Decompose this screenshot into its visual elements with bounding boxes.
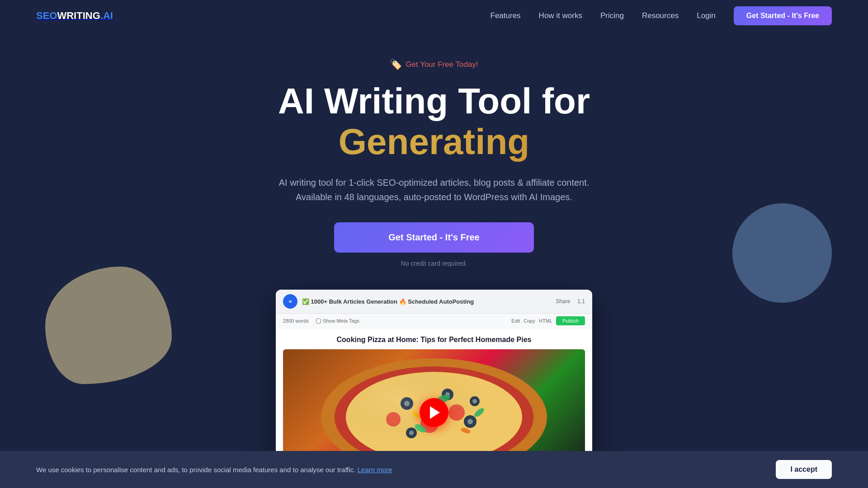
cookie-text-content: We use cookies to personalise content an… bbox=[36, 466, 356, 474]
navbar: SEOWRITING.AI Features How it works Pric… bbox=[0, 0, 868, 32]
share-count: 1.1 bbox=[577, 298, 585, 305]
show-meta-checkbox[interactable] bbox=[316, 319, 321, 324]
play-button[interactable] bbox=[420, 398, 448, 427]
hero-badge: 🏷️ Get Your Free Today! bbox=[390, 59, 478, 70]
edit-button[interactable]: Edit bbox=[511, 318, 520, 324]
accept-button[interactable]: I accept bbox=[776, 460, 832, 479]
hero-title: AI Writing Tool for Generating bbox=[278, 81, 590, 175]
no-credit-text: No credit card required. bbox=[401, 260, 467, 267]
badge-icon: 🏷️ bbox=[390, 59, 402, 70]
copy-button[interactable]: Copy bbox=[524, 318, 535, 324]
nav-resources[interactable]: Resources bbox=[642, 11, 679, 20]
nav-links: Features How it works Pricing Resources … bbox=[491, 6, 832, 25]
logo-seo: SEO bbox=[36, 10, 57, 21]
video-subtitle-bar: 2800 words Show Meta Tags Edit Copy HTML… bbox=[276, 314, 592, 328]
video-logo: W bbox=[283, 294, 297, 309]
video-top-bar: W ✅ 1000+ Bulk Articles Generation 🔥 Sch… bbox=[276, 290, 592, 314]
nav-login[interactable]: Login bbox=[697, 11, 716, 20]
nav-how-it-works[interactable]: How it works bbox=[539, 11, 582, 20]
hero-title-line1: AI Writing Tool for bbox=[278, 81, 590, 121]
decorative-circle bbox=[732, 203, 832, 303]
video-title-bar: ✅ 1000+ Bulk Articles Generation 🔥 Sched… bbox=[302, 298, 474, 305]
nav-pricing[interactable]: Pricing bbox=[600, 11, 624, 20]
cookie-banner: We use cookies to personalise content an… bbox=[0, 451, 868, 488]
hero-cta-button[interactable]: Get Started - It's Free bbox=[334, 222, 533, 253]
video-top-left: W ✅ 1000+ Bulk Articles Generation 🔥 Sch… bbox=[283, 294, 474, 309]
word-count: 2800 words bbox=[283, 318, 309, 324]
show-meta-label: Show Meta Tags bbox=[323, 318, 359, 324]
logo[interactable]: SEOWRITING.AI bbox=[36, 10, 113, 22]
decorative-blob bbox=[45, 267, 172, 384]
cookie-text: We use cookies to personalise content an… bbox=[36, 466, 392, 474]
nav-cta-button[interactable]: Get Started - It's Free bbox=[734, 6, 832, 25]
hero-section: 🏷️ Get Your Free Today! AI Writing Tool … bbox=[0, 32, 868, 488]
article-preview-title: Cooking Pizza at Home: Tips for Perfect … bbox=[283, 336, 585, 344]
video-top-right: Share 1.1 bbox=[556, 298, 585, 305]
publish-button[interactable]: Publish bbox=[556, 316, 585, 325]
video-actions: Edit Copy HTML Publish bbox=[511, 316, 585, 325]
hero-title-line2: Generating bbox=[278, 121, 590, 163]
badge-text: Get Your Free Today! bbox=[406, 60, 478, 69]
html-button[interactable]: HTML bbox=[539, 318, 552, 324]
logo-writing: WRITING bbox=[57, 10, 100, 21]
learn-more-link[interactable]: Learn more bbox=[358, 466, 392, 474]
share-label: Share bbox=[556, 298, 570, 305]
nav-features[interactable]: Features bbox=[491, 11, 521, 20]
hero-subtitle: AI writing tool for 1-click SEO-optimize… bbox=[276, 175, 592, 204]
logo-ai: .AI bbox=[100, 10, 113, 21]
play-triangle-icon bbox=[430, 406, 440, 419]
